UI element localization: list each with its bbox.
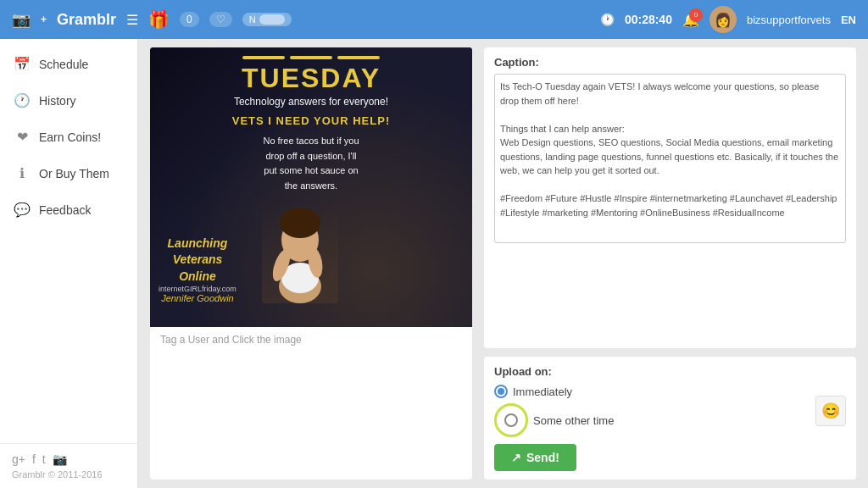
upload-section: Upload on: Immediately Some o: [484, 357, 856, 480]
brand-text: Gramblr: [57, 11, 116, 29]
google-plus-icon[interactable]: g+: [12, 452, 25, 466]
tag-row: Tag a User and Click the image: [150, 327, 472, 352]
tag-count[interactable]: 0: [180, 12, 199, 27]
heart-count[interactable]: ♡: [209, 12, 232, 27]
sidebar-item-history[interactable]: 🕐 History: [0, 82, 137, 119]
tag-placeholder-text: Tag a User and Click the image: [160, 334, 302, 346]
sidebar-label-earn-coins: Earn Coins!: [39, 130, 101, 144]
facebook-icon[interactable]: f: [32, 452, 36, 466]
send-icon: ↗: [511, 451, 521, 464]
sidebar-item-earn-coins[interactable]: ❤ Earn Coins!: [0, 119, 137, 155]
upload-label: Upload on:: [494, 365, 846, 378]
send-button[interactable]: ↗ Send!: [494, 444, 576, 471]
notification-pill[interactable]: N: [242, 13, 292, 26]
info-icon: ℹ: [14, 165, 31, 181]
sidebar: 📅 Schedule 🕐 History ❤ Earn Coins! ℹ Or …: [0, 39, 138, 488]
sidebar-label-schedule: Schedule: [39, 58, 88, 71]
post-subtitle: Technology answers for everyone!: [159, 96, 464, 108]
schedule-icon: 📅: [14, 56, 31, 72]
instagram-footer-icon[interactable]: 📷: [53, 452, 67, 466]
emoji-icon: 😊: [821, 402, 840, 420]
post-card: TUESDAY Technology answers for everyone!…: [150, 47, 472, 480]
feedback-icon: 💬: [14, 202, 31, 218]
tag-count-label: 0: [186, 14, 192, 25]
caption-textarea[interactable]: [494, 74, 846, 243]
tuesday-text: TUESDAY: [159, 63, 464, 94]
radio-other-time[interactable]: Some other time: [494, 403, 614, 437]
right-panel: Caption: Upload on: Immediately: [484, 47, 856, 480]
main-layout: 📅 Schedule 🕐 History ❤ Earn Coins! ℹ Or …: [0, 39, 868, 488]
launch-site: internetGIRLfriday.com: [159, 285, 236, 293]
post-content: TUESDAY Technology answers for everyone!…: [159, 56, 464, 303]
caption-label: Caption:: [494, 56, 846, 69]
post-signature: Jennifer Goodwin: [159, 293, 236, 303]
plus-icon: +: [41, 14, 47, 25]
sidebar-item-schedule[interactable]: 📅 Schedule: [0, 46, 137, 82]
radio-immediately[interactable]: Immediately: [494, 385, 614, 398]
caption-section: Caption:: [484, 47, 856, 348]
top-bars: [159, 56, 464, 59]
radio-immediately-dot[interactable]: [494, 385, 508, 398]
content-row: TUESDAY Technology answers for everyone!…: [150, 47, 856, 480]
svg-point-2: [280, 208, 320, 238]
sidebar-item-feedback[interactable]: 💬 Feedback: [0, 191, 137, 228]
post-image[interactable]: TUESDAY Technology answers for everyone!…: [150, 47, 472, 327]
launch-text: LaunchingVeteransOnline: [159, 236, 236, 286]
timer-display: 00:28:40: [625, 13, 672, 26]
person-svg: [266, 202, 334, 303]
post-body: No free tacos but if youdrop off a quest…: [159, 134, 464, 193]
sidebar-label-buy-coins: Or Buy Them: [39, 167, 109, 180]
radio-other-dot: [504, 413, 518, 427]
username-label: bizsupportforvets: [747, 14, 831, 26]
gift-icon: 🎁: [148, 9, 170, 30]
brand-name: Gramblr: [57, 11, 116, 29]
main-content: TUESDAY Technology answers for everyone!…: [138, 39, 868, 488]
bar-3: [337, 56, 380, 59]
sidebar-label-feedback: Feedback: [39, 203, 91, 217]
post-launch-section: LaunchingVeteransOnline internetGIRLfrid…: [159, 202, 464, 303]
sidebar-label-history: History: [39, 94, 76, 108]
bar-1: [242, 56, 285, 59]
send-label: Send!: [526, 451, 559, 464]
bell-badge: 0: [689, 8, 703, 22]
instagram-icon: 📷: [12, 10, 31, 29]
language-selector[interactable]: EN: [841, 14, 856, 26]
heart-icon: ♡: [216, 14, 225, 25]
heart-coin-icon: ❤: [14, 129, 31, 145]
post-person: [262, 202, 338, 303]
radio-immediately-label: Immediately: [513, 385, 572, 398]
post-callout: VETS I NEED YOUR HELP!: [159, 114, 464, 127]
copyright-text: Gramblr © 2011-2016: [12, 469, 103, 480]
twitter-icon[interactable]: t: [42, 452, 46, 466]
notification-bell[interactable]: 🔔 0: [682, 12, 699, 28]
clock-icon: 🕐: [600, 13, 615, 26]
sidebar-item-buy-coins[interactable]: ℹ Or Buy Them: [0, 155, 137, 191]
upload-options: Immediately Some other time: [494, 385, 614, 437]
top-navigation: 📷 + Gramblr ☰ 🎁 0 ♡ N 🕐 00:28:40 🔔 0 👩 b…: [0, 0, 868, 39]
user-avatar[interactable]: 👩: [709, 6, 737, 33]
hamburger-menu[interactable]: ☰: [126, 12, 138, 28]
radio-other-circle[interactable]: [494, 403, 528, 437]
history-icon: 🕐: [14, 92, 31, 108]
upload-row: Immediately Some other time 😊: [494, 385, 846, 437]
sidebar-footer: g+ f t 📷 Gramblr © 2011-2016: [0, 443, 137, 488]
bar-2: [290, 56, 332, 59]
emoji-button[interactable]: 😊: [815, 396, 846, 426]
notification-label: N: [249, 14, 256, 25]
radio-other-label: Some other time: [533, 414, 614, 427]
